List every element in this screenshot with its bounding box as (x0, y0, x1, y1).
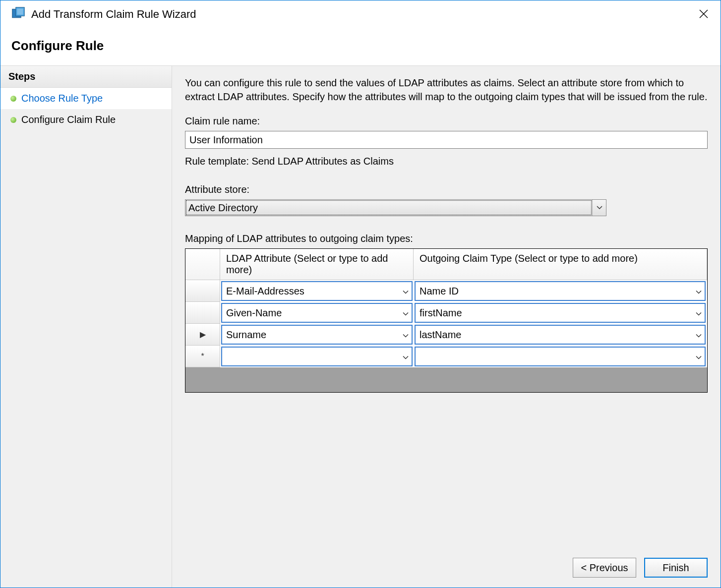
rule-template-text: Rule template: Send LDAP Attributes as C… (185, 156, 708, 167)
titlebar: Add Transform Claim Rule Wizard (0, 0, 721, 28)
outgoing-claim-value: Name ID (420, 286, 459, 297)
claim-rule-name-label: Claim rule name: (185, 116, 708, 127)
close-icon[interactable] (694, 5, 714, 24)
chevron-down-icon (403, 307, 409, 319)
table-body: E-Mail-Addresses Name ID Given-Name (185, 280, 707, 367)
chevron-down-icon (592, 200, 606, 216)
row-marker[interactable] (185, 302, 220, 324)
table-row-new: * (185, 346, 707, 367)
ldap-attribute-value: Given-Name (226, 307, 282, 319)
chevron-down-icon (696, 329, 702, 341)
row-marker[interactable]: * (185, 346, 220, 367)
outgoing-claim-value: firstName (420, 307, 462, 319)
titlebar-left: Add Transform Claim Rule Wizard (11, 6, 196, 22)
ldap-attribute-cell[interactable]: E-Mail-Addresses (221, 281, 413, 301)
chevron-down-icon (696, 351, 702, 362)
page-title: Configure Rule (11, 38, 710, 54)
steps-header: Steps (0, 66, 172, 88)
button-bar: < Previous Finish (185, 548, 708, 578)
table-corner-cell (185, 249, 220, 280)
rule-description: You can configure this rule to send the … (185, 76, 708, 104)
row-marker[interactable] (185, 280, 220, 302)
ldap-attribute-value: E-Mail-Addresses (226, 286, 304, 297)
outgoing-claim-header: Outgoing Claim Type (Select or type to a… (414, 249, 707, 280)
main-panel: You can configure this rule to send the … (172, 66, 721, 588)
header-section: Configure Rule (0, 28, 721, 66)
body-row: Steps Choose Rule Type Configure Claim R… (0, 66, 721, 588)
row-marker[interactable]: ▶ (185, 324, 220, 346)
attribute-store-select[interactable]: Active Directory (185, 199, 606, 216)
table-row: E-Mail-Addresses Name ID (185, 280, 707, 302)
step-label: Choose Rule Type (21, 93, 103, 104)
claim-rule-name-input[interactable] (185, 131, 708, 149)
ldap-attribute-header: LDAP Attribute (Select or type to add mo… (220, 249, 414, 280)
table-filler (185, 367, 707, 392)
outgoing-claim-cell[interactable]: firstName (415, 303, 706, 323)
mapping-label: Mapping of LDAP attributes to outgoing c… (185, 233, 708, 244)
attribute-store-label: Attribute store: (185, 184, 708, 195)
ldap-attribute-value: Surname (226, 329, 266, 341)
outgoing-claim-value: lastName (420, 329, 461, 341)
step-choose-rule-type[interactable]: Choose Rule Type (0, 88, 172, 109)
attribute-store-value: Active Directory (185, 200, 592, 216)
table-row: Given-Name firstName (185, 302, 707, 324)
steps-sidebar: Steps Choose Rule Type Configure Claim R… (0, 66, 172, 588)
wizard-icon (11, 6, 25, 22)
table-header-row: LDAP Attribute (Select or type to add mo… (185, 249, 707, 280)
previous-button[interactable]: < Previous (573, 558, 636, 578)
finish-button[interactable]: Finish (644, 558, 708, 578)
ldap-attribute-cell[interactable]: Given-Name (221, 303, 413, 323)
step-configure-claim-rule[interactable]: Configure Claim Rule (0, 109, 172, 130)
chevron-down-icon (403, 286, 409, 297)
step-label: Configure Claim Rule (21, 114, 116, 125)
chevron-down-icon (403, 329, 409, 341)
wizard-window: Add Transform Claim Rule Wizard Configur… (0, 0, 721, 588)
step-bullet-icon (10, 96, 16, 102)
window-title: Add Transform Claim Rule Wizard (31, 8, 196, 21)
chevron-down-icon (403, 351, 409, 362)
svg-rect-2 (17, 8, 23, 14)
chevron-down-icon (696, 286, 702, 297)
ldap-attribute-cell[interactable] (221, 347, 413, 366)
table-row: ▶ Surname lastName (185, 324, 707, 346)
step-bullet-icon (10, 117, 16, 123)
outgoing-claim-cell[interactable]: lastName (415, 325, 706, 345)
chevron-down-icon (696, 307, 702, 319)
ldap-attribute-cell[interactable]: Surname (221, 325, 413, 345)
outgoing-claim-cell[interactable] (415, 347, 706, 366)
mapping-table: LDAP Attribute (Select or type to add mo… (185, 248, 708, 393)
outgoing-claim-cell[interactable]: Name ID (415, 281, 706, 301)
